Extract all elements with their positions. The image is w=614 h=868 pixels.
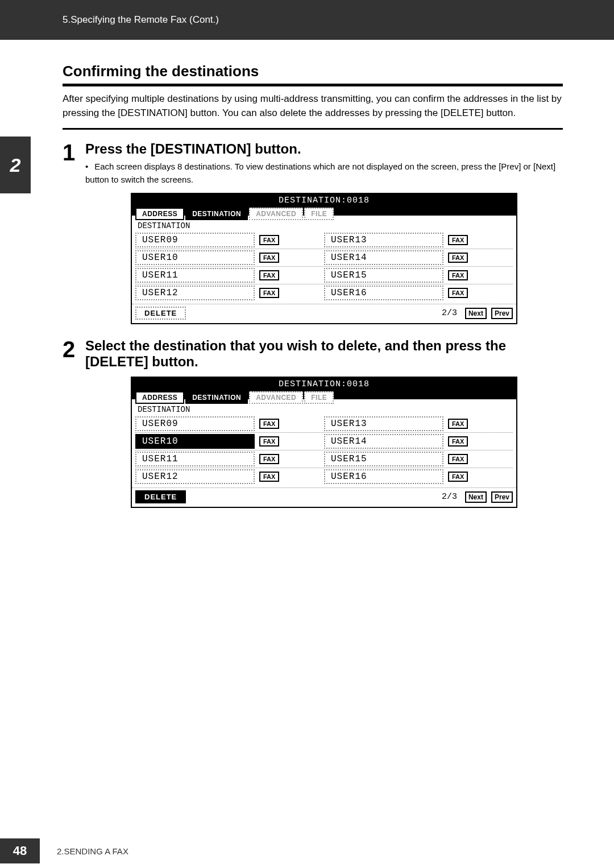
page-footer: 48 2.SENDING A FAX <box>0 834 128 868</box>
tab-address[interactable]: ADDRESS <box>135 208 184 220</box>
destination-button[interactable]: USER12 <box>135 469 255 484</box>
destination-button[interactable]: USER10 <box>135 250 255 265</box>
destination-cell: USER12FAX <box>135 468 324 485</box>
next-button[interactable]: Next <box>465 308 487 319</box>
prev-button[interactable]: Prev <box>491 491 513 503</box>
step-title: Press the [DESTINATION] button. <box>85 141 563 157</box>
destination-panel-1: DESTINATION:0018 ADDRESS DESTINATION ADV… <box>131 193 517 324</box>
panel-sublabel: DESTINATION <box>132 220 516 230</box>
panel-footer: DELETE 2/3 Next Prev <box>132 304 516 323</box>
fax-type-button[interactable]: FAX <box>259 472 279 482</box>
fax-type-button[interactable]: FAX <box>448 419 468 429</box>
fax-type-button[interactable]: FAX <box>259 288 279 298</box>
tab-advanced[interactable]: ADVANCED <box>249 391 303 404</box>
next-button[interactable]: Next <box>465 491 487 503</box>
delete-button[interactable]: DELETE <box>135 307 186 320</box>
destination-cell: USER09FAX <box>135 415 324 432</box>
table-row: USER10FAXUSER14FAX <box>135 249 513 266</box>
step-2: 2 Select the destination that you wish t… <box>63 338 563 508</box>
top-bar: 5.Specifying the Remote Fax (Cont.) <box>0 0 614 40</box>
destination-cell: USER16FAX <box>324 284 513 301</box>
destination-button[interactable]: USER13 <box>324 416 443 431</box>
destination-cell: USER14FAX <box>324 433 513 450</box>
section-title: Confirming the destinations <box>63 63 563 80</box>
fax-type-button[interactable]: FAX <box>448 270 468 280</box>
table-row: USER12FAXUSER16FAX <box>135 468 513 485</box>
destination-cell: USER10FAX <box>135 249 324 266</box>
destination-panel-2: DESTINATION:0018 ADDRESS DESTINATION ADV… <box>131 377 517 508</box>
step-1: 1 Press the [DESTINATION] button. • Each… <box>63 141 563 324</box>
fax-type-button[interactable]: FAX <box>259 419 279 429</box>
tab-advanced[interactable]: ADVANCED <box>249 208 303 220</box>
step-number: 2 <box>63 338 77 508</box>
page-indicator: 2/3 <box>442 308 457 318</box>
fax-type-button[interactable]: FAX <box>259 235 279 245</box>
fax-type-button[interactable]: FAX <box>448 454 468 464</box>
fax-type-button[interactable]: FAX <box>259 270 279 280</box>
destination-cell: USER14FAX <box>324 249 513 266</box>
destination-cell: USER16FAX <box>324 468 513 485</box>
destination-button[interactable]: USER11 <box>135 268 255 283</box>
fax-type-button[interactable]: FAX <box>448 288 468 298</box>
destination-cell: USER09FAX <box>135 232 324 249</box>
destination-button[interactable]: USER13 <box>324 233 443 247</box>
tab-file[interactable]: FILE <box>304 208 334 220</box>
tab-address[interactable]: ADDRESS <box>135 391 184 404</box>
destination-button[interactable]: USER16 <box>324 469 443 484</box>
destination-rows: USER09FAXUSER13FAXUSER10FAXUSER14FAXUSER… <box>132 414 516 487</box>
destination-button[interactable]: USER11 <box>135 452 255 466</box>
step-number: 1 <box>63 141 77 324</box>
fax-type-button[interactable]: FAX <box>259 454 279 464</box>
chapter-side-tab: 2 <box>0 137 31 193</box>
destination-cell: USER10FAX <box>135 433 324 450</box>
destination-cell: USER13FAX <box>324 415 513 432</box>
fax-type-button[interactable]: FAX <box>448 472 468 482</box>
tab-file[interactable]: FILE <box>304 391 334 404</box>
step-note: • Each screen displays 8 destinations. T… <box>85 160 563 186</box>
destination-button[interactable]: USER15 <box>324 268 443 283</box>
bullet-icon: • <box>85 160 92 173</box>
destination-button[interactable]: USER10 <box>135 434 255 449</box>
destination-button[interactable]: USER14 <box>324 434 443 449</box>
destination-cell: USER15FAX <box>324 267 513 284</box>
destination-cell: USER12FAX <box>135 284 324 301</box>
destination-button[interactable]: USER14 <box>324 250 443 265</box>
tab-destination[interactable]: DESTINATION <box>185 391 248 404</box>
section-intro: After specifying multiple destinations b… <box>63 92 563 120</box>
table-row: USER09FAXUSER13FAX <box>135 415 513 432</box>
heavy-rule <box>63 84 563 86</box>
destination-button[interactable]: USER09 <box>135 416 255 431</box>
table-row: USER11FAXUSER15FAX <box>135 450 513 468</box>
destination-rows: USER09FAXUSER13FAXUSER10FAXUSER14FAXUSER… <box>132 230 516 304</box>
chapter-label: 2.SENDING A FAX <box>57 846 128 856</box>
table-row: USER12FAXUSER16FAX <box>135 284 513 301</box>
table-row: USER09FAXUSER13FAX <box>135 232 513 249</box>
page-content: Confirming the destinations After specif… <box>0 40 614 508</box>
fax-type-button[interactable]: FAX <box>259 253 279 263</box>
destination-button[interactable]: USER12 <box>135 286 255 300</box>
light-rule <box>63 128 563 130</box>
panel-tabs: ADDRESS DESTINATION ADVANCED FILE <box>132 391 516 404</box>
page-number: 48 <box>0 838 40 863</box>
fax-type-button[interactable]: FAX <box>448 436 468 447</box>
destination-cell: USER11FAX <box>135 450 324 468</box>
panel-tabs: ADDRESS DESTINATION ADVANCED FILE <box>132 208 516 220</box>
page-indicator: 2/3 <box>442 492 457 502</box>
fax-type-button[interactable]: FAX <box>448 253 468 263</box>
step-title: Select the destination that you wish to … <box>85 338 563 370</box>
fax-type-button[interactable]: FAX <box>259 436 279 447</box>
table-row: USER10FAXUSER14FAX <box>135 432 513 450</box>
panel-footer: DELETE 2/3 Next Prev <box>132 487 516 507</box>
destination-cell: USER15FAX <box>324 450 513 468</box>
panel-sublabel: DESTINATION <box>132 404 516 414</box>
prev-button[interactable]: Prev <box>491 308 513 319</box>
destination-cell: USER13FAX <box>324 232 513 249</box>
fax-type-button[interactable]: FAX <box>448 235 468 245</box>
tab-destination[interactable]: DESTINATION <box>185 208 248 220</box>
delete-button[interactable]: DELETE <box>135 490 186 503</box>
destination-button[interactable]: USER15 <box>324 452 443 466</box>
breadcrumb: 5.Specifying the Remote Fax (Cont.) <box>63 14 219 26</box>
destination-button[interactable]: USER16 <box>324 286 443 300</box>
destination-cell: USER11FAX <box>135 267 324 284</box>
destination-button[interactable]: USER09 <box>135 233 255 247</box>
